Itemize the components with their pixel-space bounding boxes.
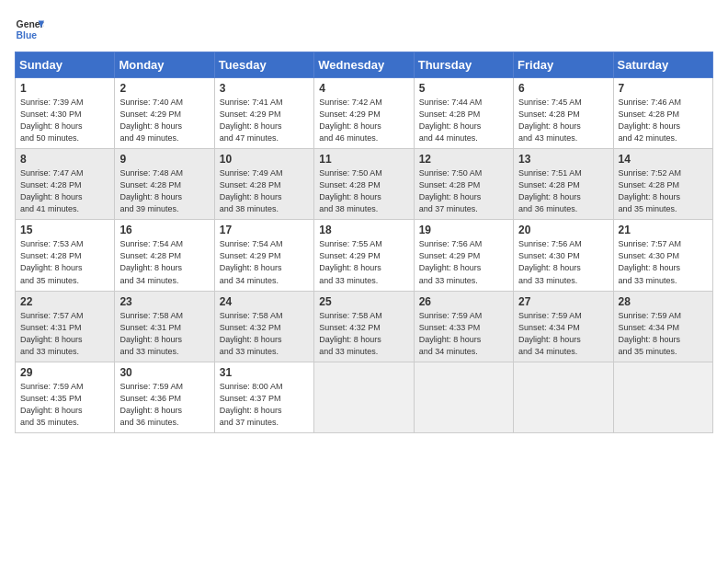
day-header-tuesday: Tuesday [214, 52, 313, 78]
day-info: Sunrise: 7:54 AM Sunset: 4:28 PM Dayligh… [119, 238, 209, 286]
day-info: Sunrise: 7:52 AM Sunset: 4:28 PM Dayligh… [619, 167, 708, 215]
calendar-cell: 25Sunrise: 7:58 AM Sunset: 4:32 PM Dayli… [314, 291, 414, 362]
day-number: 9 [119, 153, 209, 166]
day-number: 17 [220, 224, 309, 236]
calendar-week-row: 1Sunrise: 7:39 AM Sunset: 4:30 PM Daylig… [16, 78, 713, 149]
calendar-cell: 16Sunrise: 7:54 AM Sunset: 4:28 PM Dayli… [115, 220, 214, 291]
day-info: Sunrise: 7:48 AM Sunset: 4:28 PM Dayligh… [119, 167, 209, 215]
day-info: Sunrise: 7:56 AM Sunset: 4:29 PM Dayligh… [419, 238, 508, 286]
day-number: 4 [319, 82, 408, 95]
day-number: 2 [119, 82, 209, 95]
day-number: 1 [20, 82, 109, 95]
svg-text:Blue: Blue [17, 30, 38, 40]
calendar-cell: 23Sunrise: 7:58 AM Sunset: 4:31 PM Dayli… [115, 291, 214, 362]
calendar-cell: 29Sunrise: 7:59 AM Sunset: 4:35 PM Dayli… [16, 362, 115, 432]
calendar-cell: 19Sunrise: 7:56 AM Sunset: 4:29 PM Dayli… [414, 220, 513, 291]
calendar-cell: 28Sunrise: 7:59 AM Sunset: 4:34 PM Dayli… [613, 291, 712, 362]
logo-icon: General Blue [15, 15, 44, 44]
day-number: 16 [119, 224, 209, 236]
day-info: Sunrise: 7:59 AM Sunset: 4:33 PM Dayligh… [419, 310, 508, 358]
day-info: Sunrise: 7:41 AM Sunset: 4:29 PM Dayligh… [220, 97, 309, 144]
calendar-week-row: 8Sunrise: 7:47 AM Sunset: 4:28 PM Daylig… [16, 149, 713, 220]
calendar-cell: 31Sunrise: 8:00 AM Sunset: 4:37 PM Dayli… [214, 362, 313, 432]
day-header-friday: Friday [514, 52, 613, 78]
day-info: Sunrise: 7:51 AM Sunset: 4:28 PM Dayligh… [518, 167, 608, 215]
day-info: Sunrise: 7:47 AM Sunset: 4:28 PM Dayligh… [20, 167, 109, 215]
day-info: Sunrise: 7:59 AM Sunset: 4:35 PM Dayligh… [20, 381, 109, 429]
calendar-cell [613, 362, 712, 432]
calendar-cell: 2Sunrise: 7:40 AM Sunset: 4:29 PM Daylig… [115, 78, 214, 149]
day-info: Sunrise: 7:59 AM Sunset: 4:34 PM Dayligh… [619, 310, 708, 358]
calendar-cell: 6Sunrise: 7:45 AM Sunset: 4:28 PM Daylig… [514, 78, 613, 149]
day-info: Sunrise: 7:45 AM Sunset: 4:28 PM Dayligh… [518, 97, 608, 144]
calendar-cell: 26Sunrise: 7:59 AM Sunset: 4:33 PM Dayli… [414, 291, 513, 362]
calendar-cell: 9Sunrise: 7:48 AM Sunset: 4:28 PM Daylig… [115, 149, 214, 220]
day-number: 27 [518, 295, 608, 308]
calendar-cell: 17Sunrise: 7:54 AM Sunset: 4:29 PM Dayli… [214, 220, 313, 291]
day-header-sunday: Sunday [16, 52, 115, 78]
day-number: 13 [518, 153, 608, 166]
calendar-cell: 14Sunrise: 7:52 AM Sunset: 4:28 PM Dayli… [613, 149, 712, 220]
day-info: Sunrise: 7:57 AM Sunset: 4:31 PM Dayligh… [20, 310, 109, 358]
day-number: 3 [220, 82, 309, 95]
logo: General Blue [15, 15, 44, 44]
calendar-cell: 27Sunrise: 7:59 AM Sunset: 4:34 PM Dayli… [514, 291, 613, 362]
day-number: 15 [20, 224, 109, 236]
calendar: SundayMondayTuesdayWednesdayThursdayFrid… [15, 52, 713, 433]
day-header-monday: Monday [115, 52, 214, 78]
calendar-cell: 20Sunrise: 7:56 AM Sunset: 4:30 PM Dayli… [514, 220, 613, 291]
day-info: Sunrise: 7:53 AM Sunset: 4:28 PM Dayligh… [20, 238, 109, 286]
day-number: 18 [319, 224, 408, 236]
day-info: Sunrise: 7:49 AM Sunset: 4:28 PM Dayligh… [220, 167, 309, 215]
calendar-cell: 13Sunrise: 7:51 AM Sunset: 4:28 PM Dayli… [514, 149, 613, 220]
day-number: 5 [419, 82, 508, 95]
day-number: 25 [319, 295, 408, 308]
day-number: 24 [220, 295, 309, 308]
day-info: Sunrise: 7:59 AM Sunset: 4:36 PM Dayligh… [119, 381, 209, 429]
calendar-week-row: 22Sunrise: 7:57 AM Sunset: 4:31 PM Dayli… [16, 291, 713, 362]
calendar-cell: 18Sunrise: 7:55 AM Sunset: 4:29 PM Dayli… [314, 220, 414, 291]
day-header-wednesday: Wednesday [314, 52, 414, 78]
calendar-cell: 12Sunrise: 7:50 AM Sunset: 4:28 PM Dayli… [414, 149, 513, 220]
day-header-saturday: Saturday [613, 52, 712, 78]
day-number: 10 [220, 153, 309, 166]
day-number: 23 [119, 295, 209, 308]
calendar-week-row: 15Sunrise: 7:53 AM Sunset: 4:28 PM Dayli… [16, 220, 713, 291]
day-number: 7 [619, 82, 708, 95]
calendar-week-row: 29Sunrise: 7:59 AM Sunset: 4:35 PM Dayli… [16, 362, 713, 432]
day-info: Sunrise: 7:50 AM Sunset: 4:28 PM Dayligh… [419, 167, 508, 215]
calendar-cell: 22Sunrise: 7:57 AM Sunset: 4:31 PM Dayli… [16, 291, 115, 362]
day-number: 20 [518, 224, 608, 236]
day-number: 31 [220, 366, 309, 379]
calendar-cell: 15Sunrise: 7:53 AM Sunset: 4:28 PM Dayli… [16, 220, 115, 291]
calendar-cell [514, 362, 613, 432]
calendar-cell: 11Sunrise: 7:50 AM Sunset: 4:28 PM Dayli… [314, 149, 414, 220]
calendar-cell: 21Sunrise: 7:57 AM Sunset: 4:30 PM Dayli… [613, 220, 712, 291]
day-header-thursday: Thursday [414, 52, 513, 78]
day-number: 29 [20, 366, 109, 379]
day-info: Sunrise: 7:40 AM Sunset: 4:29 PM Dayligh… [119, 97, 209, 144]
day-number: 11 [319, 153, 408, 166]
calendar-cell: 1Sunrise: 7:39 AM Sunset: 4:30 PM Daylig… [16, 78, 115, 149]
day-info: Sunrise: 7:58 AM Sunset: 4:31 PM Dayligh… [119, 310, 209, 358]
header: General Blue [15, 15, 713, 44]
calendar-header-row: SundayMondayTuesdayWednesdayThursdayFrid… [16, 52, 713, 78]
day-number: 14 [619, 153, 708, 166]
day-number: 6 [518, 82, 608, 95]
calendar-cell: 5Sunrise: 7:44 AM Sunset: 4:28 PM Daylig… [414, 78, 513, 149]
day-info: Sunrise: 7:58 AM Sunset: 4:32 PM Dayligh… [220, 310, 309, 358]
day-info: Sunrise: 7:56 AM Sunset: 4:30 PM Dayligh… [518, 238, 608, 286]
day-number: 12 [419, 153, 508, 166]
day-number: 30 [119, 366, 209, 379]
day-number: 8 [20, 153, 109, 166]
day-info: Sunrise: 7:50 AM Sunset: 4:28 PM Dayligh… [319, 167, 408, 215]
day-info: Sunrise: 7:44 AM Sunset: 4:28 PM Dayligh… [419, 97, 508, 144]
day-info: Sunrise: 7:57 AM Sunset: 4:30 PM Dayligh… [619, 238, 708, 286]
day-number: 22 [20, 295, 109, 308]
day-number: 26 [419, 295, 508, 308]
calendar-cell [414, 362, 513, 432]
day-number: 28 [619, 295, 708, 308]
day-info: Sunrise: 7:59 AM Sunset: 4:34 PM Dayligh… [518, 310, 608, 358]
calendar-cell: 10Sunrise: 7:49 AM Sunset: 4:28 PM Dayli… [214, 149, 313, 220]
calendar-cell [314, 362, 414, 432]
